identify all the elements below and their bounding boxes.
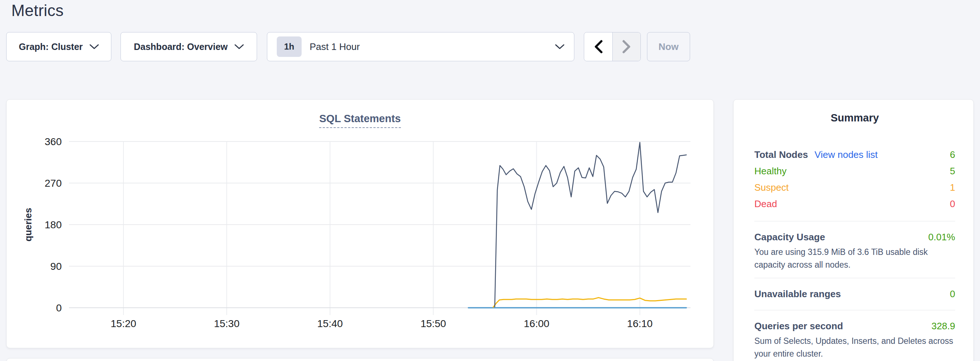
time-pager: [584, 32, 641, 61]
total-nodes-value: 6: [950, 149, 955, 160]
queries-per-second-label: Queries per second: [754, 320, 843, 332]
graph-dropdown-label: Graph: Cluster: [19, 41, 83, 52]
unavailable-ranges-value: 0: [950, 288, 955, 300]
total-nodes-label: Total Nodes: [754, 149, 808, 160]
time-range-badge: 1h: [277, 36, 302, 57]
now-button-label: Now: [659, 41, 679, 52]
queries-per-second-value: 328.9: [931, 320, 955, 332]
graph-dropdown[interactable]: Graph: Cluster: [6, 32, 111, 61]
svg-text:270: 270: [45, 177, 62, 189]
suspect-label: Suspect: [754, 182, 789, 193]
divider: [754, 310, 955, 310]
dead-value: 0: [950, 198, 955, 210]
capacity-usage-description: You are using 315.9 MiB of 3.6 TiB usabl…: [754, 246, 955, 271]
svg-text:360: 360: [45, 136, 62, 147]
sql-statements-chart-card: SQL Statements 09018027036015:2015:3015:…: [6, 99, 714, 348]
svg-text:15:50: 15:50: [421, 318, 446, 329]
page-title: Metrics: [11, 2, 64, 20]
healthy-value: 5: [950, 166, 955, 177]
next-timeframe-button[interactable]: [612, 32, 640, 61]
svg-text:queries: queries: [23, 208, 33, 242]
unavailable-ranges-row: Unavailable ranges 0: [754, 288, 955, 300]
svg-text:15:20: 15:20: [111, 318, 136, 329]
dashboard-dropdown[interactable]: Dashboard: Overview: [121, 32, 257, 61]
svg-text:15:30: 15:30: [214, 318, 240, 329]
divider: [754, 278, 955, 278]
time-range-label: Past 1 Hour: [310, 41, 360, 52]
svg-text:180: 180: [45, 219, 62, 230]
svg-text:0: 0: [56, 302, 62, 314]
chart-title[interactable]: SQL Statements: [319, 113, 401, 128]
svg-text:15:40: 15:40: [317, 318, 343, 329]
capacity-usage-row: Capacity Usage 0.01%: [754, 231, 955, 243]
chevron-down-icon: [555, 44, 565, 50]
view-nodes-list-link[interactable]: View nodes list: [815, 149, 878, 160]
svg-text:16:10: 16:10: [627, 318, 652, 329]
dashboard-dropdown-label: Dashboard: Overview: [134, 41, 228, 52]
summary-panel: Summary Total Nodes View nodes list 6 He…: [733, 99, 974, 361]
suspect-nodes-row: Suspect 1: [754, 179, 955, 196]
queries-per-second-row: Queries per second 328.9: [754, 320, 955, 332]
sql-statements-chart: 09018027036015:2015:3015:4015:5016:0016:…: [6, 100, 714, 348]
capacity-usage-value: 0.01%: [928, 231, 955, 243]
healthy-label: Healthy: [754, 166, 786, 177]
svg-text:90: 90: [50, 261, 62, 272]
queries-per-second-description: Sum of Selects, Updates, Inserts, and De…: [754, 335, 955, 360]
now-button[interactable]: Now: [647, 32, 690, 61]
suspect-value: 1: [950, 182, 955, 193]
chevron-right-icon: [622, 40, 631, 54]
capacity-usage-label: Capacity Usage: [754, 231, 825, 243]
dead-nodes-row: Dead 0: [754, 196, 955, 212]
dead-label: Dead: [754, 198, 777, 210]
total-nodes-row: Total Nodes View nodes list 6: [754, 147, 955, 163]
time-range-selector[interactable]: 1h Past 1 Hour: [267, 32, 574, 61]
unavailable-ranges-label: Unavailable ranges: [754, 288, 841, 300]
healthy-nodes-row: Healthy 5: [754, 163, 955, 179]
chevron-left-icon: [594, 40, 603, 54]
previous-timeframe-button[interactable]: [584, 32, 612, 61]
chevron-down-icon: [89, 44, 99, 50]
chevron-down-icon: [234, 44, 244, 50]
summary-title: Summary: [754, 112, 955, 124]
svg-text:16:00: 16:00: [523, 318, 549, 329]
next-chart-card: [6, 358, 714, 361]
